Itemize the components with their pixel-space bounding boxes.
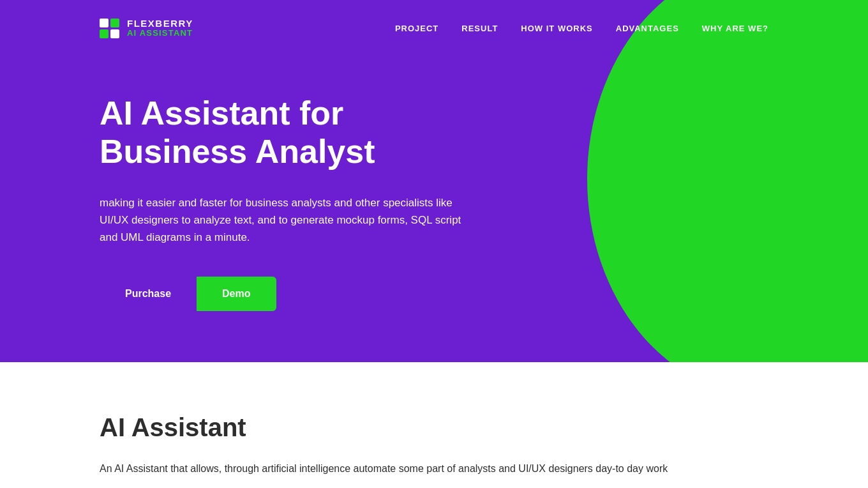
- nav-link-project[interactable]: PROJECT: [395, 24, 438, 33]
- nav-item-why-are-we[interactable]: WHY ARE WE?: [702, 22, 768, 34]
- nav-item-project[interactable]: PROJECT: [395, 22, 438, 34]
- nav-link-result[interactable]: RESULT: [461, 24, 498, 33]
- main-nav: FLEXBERRY AI ASSISTANT PROJECT RESULT HO…: [0, 0, 868, 56]
- nav-item-how-it-works[interactable]: HOW IT WORKS: [521, 22, 592, 34]
- purchase-button[interactable]: Purchase: [100, 277, 197, 311]
- logo-square-br: [110, 29, 119, 38]
- hero-content: AI Assistant for Business Analyst making…: [0, 56, 574, 362]
- nav-link-why-are-we[interactable]: WHY ARE WE?: [702, 24, 768, 33]
- demo-button[interactable]: Demo: [197, 277, 276, 311]
- logo-line1: FLEXBERRY: [127, 18, 193, 29]
- logo-line2: AI ASSISTANT: [127, 29, 193, 38]
- nav-item-result[interactable]: RESULT: [461, 22, 498, 34]
- logo-square-tl: [100, 19, 108, 27]
- nav-link-how-it-works[interactable]: HOW IT WORKS: [521, 24, 592, 33]
- hero-subtitle: making it easier and faster for business…: [100, 194, 475, 247]
- hero-section: FLEXBERRY AI ASSISTANT PROJECT RESULT HO…: [0, 0, 868, 362]
- hero-buttons: Purchase Demo: [100, 277, 475, 311]
- hero-title: AI Assistant for Business Analyst: [100, 95, 475, 171]
- nav-links: PROJECT RESULT HOW IT WORKS ADVANTAGES W…: [395, 22, 768, 34]
- nav-link-advantages[interactable]: ADVANTAGES: [616, 24, 679, 33]
- section-description: An AI Assistant that allows, through art…: [100, 460, 674, 477]
- logo-icon: [100, 19, 119, 38]
- logo: FLEXBERRY AI ASSISTANT: [100, 18, 193, 38]
- logo-square-tr: [110, 19, 119, 27]
- nav-item-advantages[interactable]: ADVANTAGES: [616, 22, 679, 34]
- section-title: AI Assistant: [100, 413, 768, 442]
- below-hero-section: AI Assistant An AI Assistant that allows…: [0, 362, 868, 488]
- logo-text: FLEXBERRY AI ASSISTANT: [127, 18, 193, 38]
- logo-square-bl: [100, 29, 108, 38]
